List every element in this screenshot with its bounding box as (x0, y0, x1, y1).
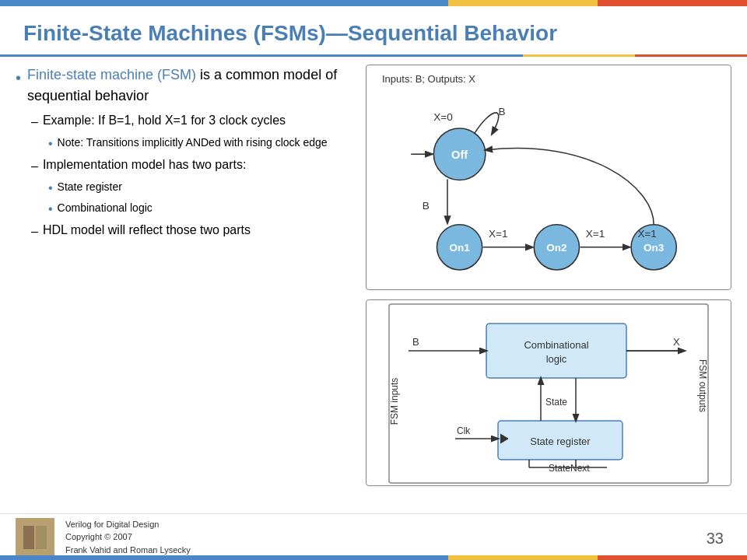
comb-logic-text: Combinational logic (58, 200, 153, 216)
sub-sub-list-2: • State register • Combinational logic (48, 179, 350, 219)
impl-svg: FSM inputs FSM outputs Combinational log… (366, 300, 731, 487)
svg-text:X=1: X=1 (637, 228, 656, 240)
main-bullet: • Finite-state machine (FSM) is a common… (16, 65, 350, 107)
svg-text:X=0: X=0 (433, 110, 452, 122)
svg-text:logic: logic (546, 353, 567, 365)
svg-text:State register: State register (530, 436, 591, 447)
bottom-color-bar (0, 555, 747, 560)
sub-item-3-text: HDL model will reflect those two parts (43, 221, 251, 240)
state-reg-text: State register (58, 179, 122, 195)
note-dot: • (48, 135, 53, 153)
right-panel: Inputs: B; Outputs: X Off X=0 B On1 On2 (366, 65, 731, 486)
svg-text:X=1: X=1 (489, 228, 507, 240)
sub-list: – Example: If B=1, hold X=1 for 3 clock … (31, 111, 350, 241)
fsm-diagram: Inputs: B; Outputs: X Off X=0 B On1 On2 (366, 65, 731, 290)
svg-rect-37 (23, 526, 34, 549)
svg-text:Clk: Clk (457, 425, 471, 436)
page-title: Finite-State Machines (FSMs)—Sequential … (0, 6, 747, 54)
svg-text:X: X (673, 336, 680, 348)
state-reg-item: • State register (48, 179, 350, 198)
svg-text:FSM outputs: FSM outputs (697, 359, 708, 412)
diagram-inputs-label: Inputs: B; Outputs: X (374, 73, 723, 85)
svg-text:B: B (499, 106, 506, 117)
sub-item-2-text: Implementation model has two parts: (43, 156, 246, 174)
svg-text:Off: Off (451, 149, 468, 161)
svg-rect-17 (486, 324, 626, 378)
sub-item-3: – HDL model will reflect those two parts (31, 221, 350, 241)
comb-logic-dot: • (48, 200, 53, 219)
main-bullet-text: Finite-state machine (FSM) is a common m… (27, 65, 350, 107)
book-logo (16, 518, 54, 557)
svg-text:State: State (545, 397, 567, 408)
dash-1: – (31, 113, 38, 131)
bullet-dot: • (16, 66, 21, 89)
comb-logic-item: • Combinational logic (48, 200, 350, 219)
state-reg-dot: • (48, 179, 53, 198)
top-color-bar (0, 0, 747, 6)
footer-text: Verilog for Digital Design Copyright © 2… (65, 518, 191, 557)
logo-icon (19, 522, 51, 553)
svg-text:X=1: X=1 (586, 228, 605, 240)
page-number: 33 (707, 530, 724, 548)
left-panel: • Finite-state machine (FSM) is a common… (16, 65, 350, 486)
svg-text:B: B (423, 200, 430, 212)
authors: Frank Vahid and Roman Lysecky (65, 544, 191, 557)
svg-text:Combinational: Combinational (524, 339, 588, 351)
sub-sub-list-1: • Note: Transitions implicitly ANDed wit… (48, 135, 350, 153)
svg-text:StateNext: StateNext (549, 463, 590, 474)
svg-text:On1: On1 (449, 242, 470, 254)
svg-text:FSM inputs: FSM inputs (389, 377, 400, 425)
note-item: • Note: Transitions implicitly ANDed wit… (48, 135, 350, 153)
svg-rect-38 (36, 526, 47, 549)
impl-diagram: FSM inputs FSM outputs Combinational log… (366, 299, 731, 486)
dash-3: – (31, 222, 38, 241)
sub-item-1: – Example: If B=1, hold X=1 for 3 clock … (31, 111, 350, 131)
svg-text:B: B (412, 336, 419, 348)
note-text: Note: Transitions implicitly ANDed with … (58, 135, 328, 151)
main-content: • Finite-state machine (FSM) is a common… (0, 65, 747, 486)
footer: Verilog for Digital Design Copyright © 2… (0, 513, 747, 560)
sub-item-2: – Implementation model has two parts: (31, 156, 350, 176)
copyright: Copyright © 2007 (65, 530, 191, 544)
svg-text:On3: On3 (644, 242, 665, 254)
sub-item-1-text: Example: If B=1, hold X=1 for 3 clock cy… (43, 111, 286, 130)
svg-text:On2: On2 (546, 242, 566, 254)
title-divider (0, 54, 747, 57)
dash-2: – (31, 157, 38, 176)
book-title: Verilog for Digital Design (65, 518, 191, 531)
fsm-svg: Off X=0 B On1 On2 On3 B (374, 89, 723, 292)
fsm-highlight: Finite-state machine (FSM) (27, 67, 196, 82)
